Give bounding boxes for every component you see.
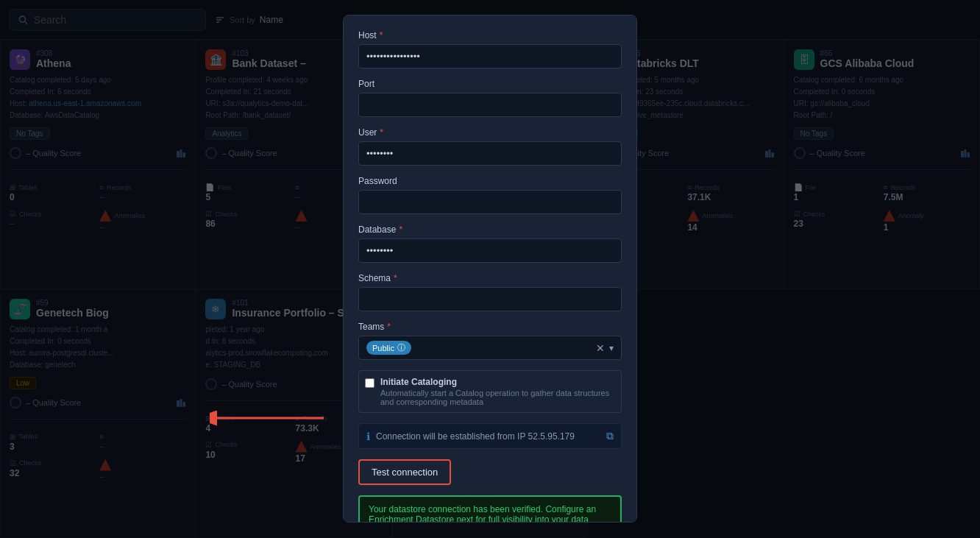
- modal-form: Host * Port User * Password: [343, 15, 637, 523]
- database-required: *: [399, 224, 402, 235]
- schema-input[interactable]: [358, 287, 622, 311]
- ip-text: Connection will be established from IP 5…: [376, 431, 575, 442]
- user-input[interactable]: [358, 141, 622, 166]
- host-required: *: [380, 30, 383, 40]
- arrow-indicator: [210, 403, 327, 436]
- initiate-cataloging-row: Initiate Cataloging Automatically start …: [358, 370, 622, 413]
- host-label: Host *: [358, 30, 622, 40]
- ip-info: ℹ Connection will be established from IP…: [358, 423, 622, 449]
- user-label: User *: [358, 127, 622, 138]
- public-badge: Public ⓘ: [366, 341, 411, 355]
- modal-overlay: Host * Port User * Password: [0, 0, 980, 538]
- initiate-cataloging-checkbox[interactable]: [365, 378, 374, 388]
- host-field: Host *: [358, 30, 622, 68]
- test-connection-button[interactable]: Test connection: [358, 459, 451, 485]
- info-icon: ℹ: [366, 431, 370, 442]
- initiate-cataloging-desc: Automatically start a Catalog operation …: [380, 389, 615, 406]
- port-field: Port: [358, 79, 622, 117]
- password-field: Password: [358, 176, 622, 214]
- password-label: Password: [358, 176, 622, 186]
- copy-icon[interactable]: ⧉: [606, 430, 614, 442]
- teams-select[interactable]: Public ⓘ ✕ ▾: [358, 336, 622, 360]
- port-input[interactable]: [358, 93, 622, 117]
- database-field: Database *: [358, 224, 622, 263]
- teams-clear[interactable]: ✕: [596, 342, 605, 354]
- schema-required: *: [394, 273, 397, 283]
- schema-field: Schema *: [358, 273, 622, 311]
- teams-label: Teams *: [358, 322, 622, 332]
- user-required: *: [380, 127, 383, 138]
- database-label: Database *: [358, 224, 622, 235]
- port-label: Port: [358, 79, 622, 89]
- success-message: Your datastore connection has been verif…: [358, 495, 622, 523]
- host-input[interactable]: [358, 44, 622, 68]
- initiate-cataloging-label: Initiate Cataloging: [380, 377, 615, 387]
- password-input[interactable]: [358, 190, 622, 214]
- schema-label: Schema *: [358, 273, 622, 283]
- teams-required: *: [387, 322, 391, 332]
- user-field: User *: [358, 127, 622, 166]
- teams-chevron-icon[interactable]: ▾: [609, 343, 614, 353]
- teams-field: Teams * Public ⓘ ✕ ▾: [358, 322, 622, 360]
- database-input[interactable]: [358, 238, 622, 263]
